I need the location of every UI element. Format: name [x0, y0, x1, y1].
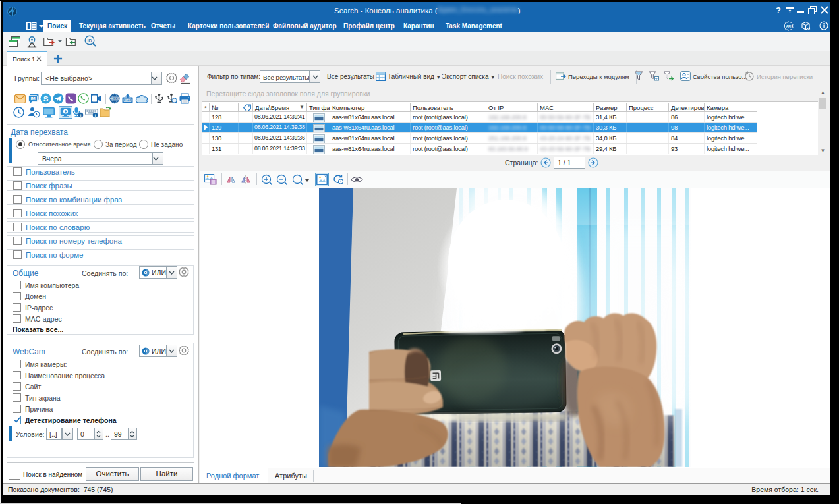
svg-text:S: S	[43, 95, 49, 103]
svg-text:FTP: FTP	[125, 99, 130, 102]
svg-text:API: API	[786, 25, 792, 28]
svg-text:HTTP: HTTP	[111, 97, 119, 100]
svg-text:ID: ID	[88, 38, 92, 43]
svg-text:IM: IM	[30, 96, 35, 101]
